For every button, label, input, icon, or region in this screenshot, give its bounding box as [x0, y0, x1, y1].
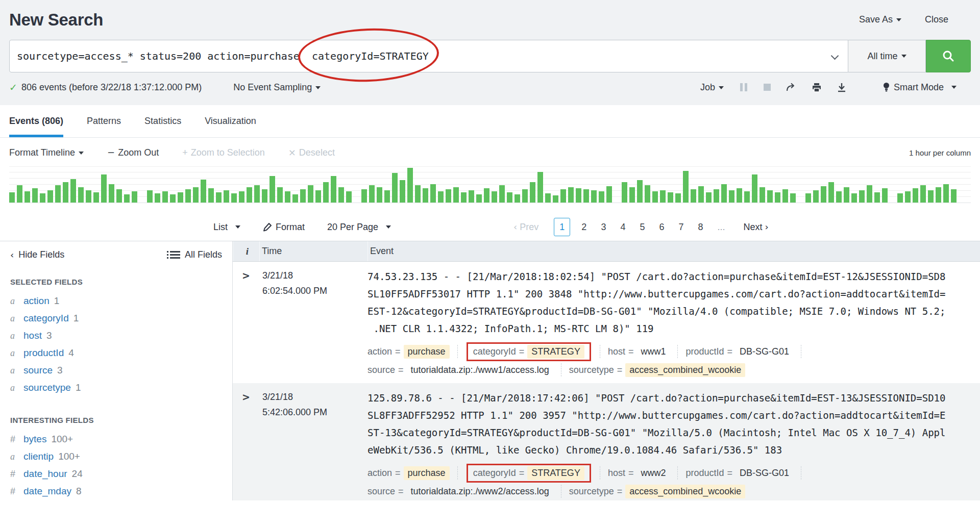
timeline-bar[interactable]	[132, 191, 137, 203]
timeline-bar[interactable]	[821, 186, 826, 203]
page-8[interactable]: 8	[695, 218, 706, 236]
timeline-bar[interactable]	[9, 192, 15, 203]
field-name[interactable]: sourcetype	[23, 379, 71, 396]
tab-statistics[interactable]: Statistics	[144, 105, 181, 137]
timeline-bar[interactable]	[698, 186, 704, 203]
timeline-bar[interactable]	[32, 188, 38, 203]
timeline-bar[interactable]	[185, 189, 191, 203]
list-view-menu[interactable]: List	[213, 222, 240, 233]
timeline-bar[interactable]	[859, 190, 865, 203]
field-name[interactable]: date_mday	[23, 483, 71, 499]
timeline-bar[interactable]	[767, 190, 773, 203]
timeline-bar[interactable]	[300, 189, 306, 203]
hide-fields-button[interactable]: ‹Hide Fields	[10, 249, 64, 260]
timeline-bar[interactable]	[139, 202, 145, 203]
field-value[interactable]: access_combined_wcookie	[625, 485, 745, 498]
timeline-bar[interactable]	[178, 192, 183, 203]
timeline-bar[interactable]	[599, 191, 604, 203]
timeline-bar[interactable]	[583, 189, 589, 203]
tab-events-806[interactable]: Events (806)	[9, 105, 63, 137]
timeline-bar[interactable]	[208, 188, 214, 203]
timeline-bar[interactable]	[637, 180, 643, 203]
export-button[interactable]	[837, 83, 846, 92]
timeline-bar[interactable]	[476, 194, 482, 203]
timeline-bar[interactable]	[844, 187, 849, 203]
timeline-bar[interactable]	[492, 191, 497, 203]
timeline-bar[interactable]	[93, 192, 99, 203]
timeline-bar[interactable]	[805, 193, 811, 203]
field-item-date_mday[interactable]: #date_mday8	[10, 483, 222, 500]
timeline-bar[interactable]	[706, 192, 712, 203]
timeline-bar[interactable]	[147, 190, 153, 203]
field-value[interactable]: www1	[636, 345, 670, 359]
field-item-sourcetype[interactable]: asourcetype1	[10, 379, 222, 396]
job-menu[interactable]: Job	[700, 82, 724, 93]
timeline-bar[interactable]	[828, 182, 834, 203]
time-range-picker[interactable]: All time	[848, 40, 926, 72]
search-mode-menu[interactable]: Smart Mode	[883, 82, 957, 93]
field-name[interactable]: action	[23, 292, 50, 309]
zoom-out-button[interactable]: −Zoom Out	[107, 147, 159, 158]
timeline-bar[interactable]	[920, 185, 926, 203]
timeline-bar[interactable]	[247, 187, 252, 203]
field-value[interactable]: DB-SG-G01	[736, 466, 793, 480]
timeline-bar[interactable]	[553, 195, 558, 203]
timeline-bar[interactable]	[239, 191, 244, 203]
timeline-bar[interactable]	[737, 188, 742, 203]
zoom-to-selection-button[interactable]: +Zoom to Selection	[182, 147, 265, 158]
print-button[interactable]	[812, 83, 822, 92]
timeline-bar[interactable]	[101, 174, 107, 203]
timeline-bar[interactable]	[446, 189, 451, 203]
timeline-bar[interactable]	[568, 187, 574, 203]
timeline-bar[interactable]	[423, 188, 428, 203]
tab-patterns[interactable]: Patterns	[87, 105, 121, 137]
event-sampling-menu[interactable]: No Event Sampling	[233, 82, 321, 93]
timeline-bar[interactable]	[70, 179, 76, 203]
timeline-bar[interactable]	[897, 193, 903, 203]
per-page-menu[interactable]: 20 Per Page	[327, 222, 391, 233]
timeline-bar[interactable]	[943, 184, 949, 203]
timeline-bar[interactable]	[537, 172, 543, 203]
page-4[interactable]: 4	[617, 218, 628, 236]
field-value[interactable]: tutorialdata.zip:./www2/access.log	[407, 485, 553, 498]
timeline-bar[interactable]	[24, 191, 30, 203]
timeline-bar[interactable]	[522, 189, 528, 203]
chevron-down-icon[interactable]	[831, 52, 839, 60]
timeline-bar[interactable]	[882, 188, 888, 203]
next-page-button[interactable]: Next ›	[743, 221, 768, 233]
timeline-bar[interactable]	[155, 193, 160, 203]
timeline-bar[interactable]	[691, 189, 696, 203]
field-name[interactable]: bytes	[23, 431, 46, 447]
timeline-bar[interactable]	[775, 192, 780, 203]
timeline-bar[interactable]	[377, 187, 382, 203]
timeline-bar[interactable]	[47, 190, 53, 203]
search-button[interactable]	[926, 40, 971, 72]
timeline-bar[interactable]	[660, 190, 666, 203]
search-input[interactable]: sourcetype=access_* status=200 action=pu…	[9, 40, 848, 72]
timeline-bar[interactable]	[193, 187, 199, 203]
timeline-bar[interactable]	[86, 190, 91, 203]
timeline-bar[interactable]	[499, 185, 505, 203]
timeline-bar[interactable]	[905, 191, 911, 203]
field-name[interactable]: host	[23, 327, 42, 344]
timeline-bar[interactable]	[438, 191, 444, 203]
timeline-bar[interactable]	[798, 202, 803, 203]
timeline-bar[interactable]	[55, 185, 61, 203]
page-2[interactable]: 2	[578, 218, 590, 236]
timeline-bar[interactable]	[162, 191, 168, 203]
field-value[interactable]: STRATEGY	[527, 345, 584, 359]
field-value[interactable]: purchase	[404, 466, 450, 480]
timeline-bar[interactable]	[40, 193, 45, 203]
timeline-bar[interactable]	[576, 188, 581, 203]
timeline-bar[interactable]	[308, 185, 313, 203]
format-results-button[interactable]: Format	[263, 222, 305, 233]
timeline-bar[interactable]	[254, 185, 260, 203]
all-fields-button[interactable]: All Fields	[170, 249, 222, 260]
deselect-button[interactable]: ×Deselect	[288, 147, 335, 158]
timeline-bar[interactable]	[836, 191, 842, 203]
timeline-bar[interactable]	[346, 191, 352, 203]
field-item-date_hour[interactable]: #date_hour24	[10, 465, 222, 483]
timeline-bar[interactable]	[714, 189, 719, 203]
timeline-bar[interactable]	[928, 190, 934, 203]
timeline-bar[interactable]	[430, 184, 436, 203]
